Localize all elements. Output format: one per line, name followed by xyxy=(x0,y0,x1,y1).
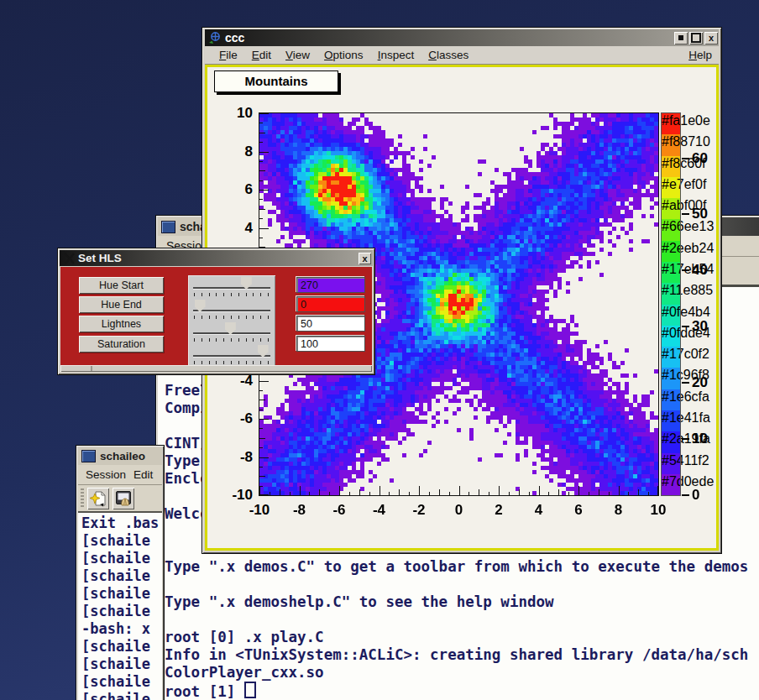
x-axis-label: 8 xyxy=(600,502,637,519)
plot-title-box[interactable]: Mountains xyxy=(214,71,338,92)
terminal-line: [schaile xyxy=(81,673,162,691)
palette-band: #2eeb24 xyxy=(662,241,680,262)
x-axis-label: -4 xyxy=(361,502,398,519)
x-axis-label: 2 xyxy=(480,502,517,519)
terminal-line: root [0] .x play.C xyxy=(165,629,759,646)
slider-tick-marks xyxy=(194,338,270,342)
ccc-window-title: ccc xyxy=(225,31,244,44)
x-axis-label: 0 xyxy=(441,502,478,519)
shell-button[interactable] xyxy=(113,488,134,509)
hls-slider-panel xyxy=(188,275,275,368)
colorbar-tick xyxy=(682,438,689,440)
minimize-button[interactable] xyxy=(674,32,688,44)
hue-end-button[interactable]: Hue End xyxy=(79,296,164,313)
colorbar-label: 50 xyxy=(692,206,708,222)
menu-item-help[interactable]: Help xyxy=(688,46,712,61)
menu-item-edit[interactable]: Edit xyxy=(133,468,153,481)
slider-tick-marks xyxy=(194,361,270,364)
new-session-button[interactable] xyxy=(87,488,109,509)
menu-item-options[interactable]: Options xyxy=(324,46,364,61)
hls-dialog-body: Hue StartHue EndLightnesSaturation270050… xyxy=(60,267,372,365)
x-axis-label: -8 xyxy=(281,502,318,519)
y-axis-label: -10 xyxy=(222,487,253,504)
terminal-front-output[interactable]: Exit .bas[schaile[schaile[schaile[schail… xyxy=(78,513,162,700)
hue-end-slider-track[interactable] xyxy=(193,310,270,312)
color-palette-bar[interactable]: #fa1e0e#f88710#f8c60f#e7ef0f#abf00f#66ee… xyxy=(662,113,680,495)
palette-band: #1c96f8 xyxy=(662,368,680,389)
terminal-front-title: schaileo xyxy=(100,450,145,462)
hue-start-button[interactable]: Hue Start xyxy=(79,277,164,294)
y-axis-label: -8 xyxy=(222,449,253,466)
hls-status-strip xyxy=(60,365,372,372)
palette-band: #17c0f2 xyxy=(662,347,680,368)
palette-band: #abf00f xyxy=(662,198,680,219)
hls-dialog-title: Set HLS xyxy=(78,252,122,264)
palette-band: #1e41fa xyxy=(662,410,680,431)
menu-item-view[interactable]: View xyxy=(285,46,310,61)
menu-item-file[interactable]: File xyxy=(219,46,238,61)
slider-tick-marks xyxy=(194,293,270,296)
terminal-line: Type ".x demoshelp.C" to see the help wi… xyxy=(165,593,759,611)
menu-item-classes[interactable]: Classes xyxy=(428,46,468,61)
saturation-slider-track[interactable] xyxy=(193,355,270,358)
colorbar-tick xyxy=(682,326,689,327)
colorbar-label: 30 xyxy=(692,318,708,335)
hls-close-button[interactable]: x xyxy=(359,253,371,264)
ccc-menubar: HelpFileEditViewOptionsInspectClasses xyxy=(205,46,719,65)
resize-notch xyxy=(91,366,92,371)
new-session-icon xyxy=(89,489,107,508)
terminal-line xyxy=(165,576,759,593)
hls-value-field-1[interactable]: 0 xyxy=(296,296,365,312)
close-button[interactable]: x xyxy=(704,32,718,44)
menu-item-inspect[interactable]: Inspect xyxy=(378,46,415,61)
colorbar-tick xyxy=(682,494,689,496)
maximize-button[interactable] xyxy=(689,32,703,44)
colorbar-label: 40 xyxy=(692,262,708,279)
terminal-line: Exit .bas xyxy=(81,515,162,532)
palette-band: #2a19fa xyxy=(662,431,680,452)
menu-item-edit[interactable]: Edit xyxy=(252,46,271,61)
terminal-line: [schaile xyxy=(81,585,162,603)
shell-icon xyxy=(114,489,133,508)
hls-value-field-0[interactable]: 270 xyxy=(296,277,365,293)
terminal-line: [schaile xyxy=(81,603,162,620)
hls-value-field-2[interactable]: 50 xyxy=(296,316,365,332)
terminal-line: ColorPlayer_cxx.so xyxy=(165,664,759,682)
terminal-line: [schaile xyxy=(81,691,162,700)
terminal-window-front: schaileo SessionEdit Exit .bas[schaile[s… xyxy=(76,445,165,700)
saturation-button[interactable]: Saturation xyxy=(79,336,164,353)
x-axis-label: -6 xyxy=(321,502,358,519)
slider-tick-marks xyxy=(194,316,270,319)
close-icon: x xyxy=(709,34,714,43)
terminal-line: [schaile xyxy=(81,638,162,656)
palette-band: #f88710 xyxy=(662,134,680,155)
palette-band: #7d0ede xyxy=(662,474,680,495)
ccc-titlebar[interactable]: ccc x xyxy=(205,29,719,46)
terminal-line: -bash: x xyxy=(81,620,162,638)
terminal-front-titlebar[interactable]: schaileo xyxy=(78,447,162,465)
hue-start-slider-track[interactable] xyxy=(193,287,270,290)
x-axis-label: 4 xyxy=(521,502,557,519)
lightnes-button[interactable]: Lightnes xyxy=(79,316,164,332)
terminal-line: Type ".x demos.C" to get a toolbar from … xyxy=(165,558,759,576)
colorbar-tick xyxy=(682,158,689,159)
terminal-line: [schaile xyxy=(81,550,162,567)
toolbar-grip[interactable] xyxy=(81,488,84,509)
hls-titlebar[interactable]: Set HLS x xyxy=(60,250,373,266)
konsole-icon xyxy=(161,221,175,233)
palette-band: #f8c60f xyxy=(662,156,680,177)
menu-item-session[interactable]: Session xyxy=(86,468,126,481)
palette-band: #1e6cfa xyxy=(662,389,680,410)
y-axis-label: 10 xyxy=(222,105,253,122)
x-axis-label: -2 xyxy=(400,502,437,519)
colorbar-tick xyxy=(682,269,689,271)
palette-band: #11e885 xyxy=(662,283,680,304)
colorbar-label: 20 xyxy=(692,374,708,391)
colorbar-tick xyxy=(682,213,689,215)
x-axis-label: -10 xyxy=(241,502,278,519)
konsole-icon xyxy=(81,450,96,462)
palette-band: #fa1e0e xyxy=(662,113,680,134)
y-axis-label: 6 xyxy=(222,181,253,198)
colorbar-label: 0 xyxy=(692,487,699,504)
hls-value-field-3[interactable]: 100 xyxy=(296,336,365,352)
